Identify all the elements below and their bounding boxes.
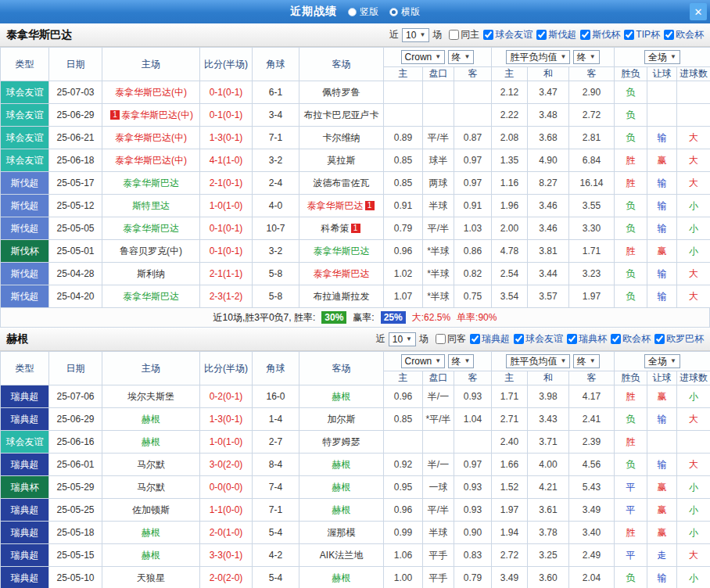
- checkbox-input[interactable]: [654, 334, 665, 344]
- team-link[interactable]: 泰拿华斯巴达: [123, 223, 179, 234]
- checkbox-input[interactable]: [483, 30, 493, 40]
- checkbox-input[interactable]: [567, 334, 577, 344]
- away-team[interactable]: 泰拿华斯巴达1: [299, 195, 384, 217]
- scope-select[interactable]: 全场▼: [644, 50, 680, 64]
- team-link[interactable]: 波德布雷佐瓦: [314, 177, 370, 188]
- away-team[interactable]: 赫根: [299, 499, 384, 522]
- filter-checkbox-TIP杯[interactable]: TIP杯: [624, 28, 660, 41]
- avg-odds-select[interactable]: 胜平负均值▼: [506, 354, 570, 368]
- layout-radio-horizontal[interactable]: 横版: [389, 5, 420, 19]
- team-link[interactable]: 赫根: [332, 482, 351, 493]
- checkbox-input[interactable]: [664, 30, 674, 40]
- home-team[interactable]: 赫根: [102, 408, 200, 431]
- home-team[interactable]: 赫根: [102, 544, 200, 567]
- away-team[interactable]: 渥那模: [299, 522, 384, 544]
- home-team[interactable]: 1泰拿华斯巴达(中): [102, 104, 200, 127]
- home-team[interactable]: 斯特里达: [102, 195, 200, 217]
- team-link[interactable]: AIK法兰地: [320, 550, 363, 561]
- team-link[interactable]: 布拉卡巴尼亚卢卡: [304, 109, 379, 120]
- away-team[interactable]: 泰拿华斯巴达: [299, 240, 384, 263]
- avg-odds-select[interactable]: 胜平负均值▼: [506, 50, 570, 64]
- team-link[interactable]: 鲁容贝罗克(中): [120, 246, 182, 256]
- team-link[interactable]: 佩特罗鲁: [323, 87, 360, 98]
- away-team[interactable]: AIK法兰地: [299, 544, 384, 567]
- away-team[interactable]: 莫拉斯: [299, 149, 384, 172]
- checkbox-input[interactable]: [580, 30, 590, 40]
- away-team[interactable]: 赫根: [299, 476, 384, 499]
- checkbox-input[interactable]: [514, 334, 524, 344]
- team-link[interactable]: 泰拿华斯巴达(中): [115, 87, 187, 98]
- layout-radio-vertical[interactable]: 竖版: [348, 5, 378, 19]
- filter-checkbox-斯伐超[interactable]: 斯伐超: [536, 28, 576, 41]
- checkbox-input[interactable]: [470, 334, 480, 344]
- filter-checkbox-瑞典超[interactable]: 瑞典超: [470, 332, 510, 346]
- filter-checkbox-欧罗巴杯[interactable]: 欧罗巴杯: [654, 332, 704, 346]
- home-team[interactable]: 马尔默: [102, 476, 200, 499]
- checkbox-input[interactable]: [611, 334, 621, 344]
- team-link[interactable]: 赫根: [332, 391, 351, 402]
- home-team[interactable]: 天狼星: [102, 567, 200, 588]
- away-team[interactable]: 布拉迪斯拉发: [299, 285, 384, 308]
- team-link[interactable]: 布拉迪斯拉发: [314, 291, 370, 302]
- checkbox-input[interactable]: [436, 334, 446, 344]
- home-team[interactable]: 泰拿华斯巴达: [102, 217, 200, 240]
- away-team[interactable]: 佩特罗鲁: [299, 81, 384, 104]
- away-team[interactable]: 布拉卡巴尼亚卢卡: [299, 104, 384, 127]
- checkbox-input[interactable]: [536, 30, 547, 40]
- away-team[interactable]: 波德布雷佐瓦: [299, 172, 384, 195]
- team-link[interactable]: 赫根: [142, 436, 160, 447]
- team-link[interactable]: 泰拿华斯巴达(中): [115, 132, 187, 143]
- filter-checkbox-球会友谊[interactable]: 球会友谊: [483, 28, 532, 41]
- filter-checkbox-瑞典杯[interactable]: 瑞典杯: [567, 332, 607, 346]
- final-odds-select[interactable]: 终▼: [448, 50, 475, 64]
- team-link[interactable]: 莫拉斯: [328, 155, 356, 166]
- home-team[interactable]: 泰拿华斯巴达: [102, 285, 200, 308]
- home-team[interactable]: 泰拿华斯巴达(中): [102, 149, 200, 172]
- home-team[interactable]: 马尔默: [102, 454, 200, 476]
- team-link[interactable]: 特罗姆瑟: [323, 436, 360, 447]
- away-team[interactable]: 科希策1: [299, 217, 384, 240]
- bookmaker-select[interactable]: Crown▼: [401, 50, 446, 64]
- final-avg-select[interactable]: 终▼: [573, 50, 600, 64]
- home-team[interactable]: 赫根: [102, 522, 200, 544]
- final-odds-select[interactable]: 终▼: [448, 354, 475, 368]
- team-link[interactable]: 卡尔维纳: [323, 132, 360, 143]
- recent-count-select[interactable]: 10 ▼: [389, 332, 416, 346]
- team-link[interactable]: 泰拿华斯巴达: [314, 246, 370, 256]
- team-link[interactable]: 泰拿华斯巴达: [123, 177, 179, 188]
- checkbox-input[interactable]: [449, 30, 459, 40]
- team-link[interactable]: 赫根: [332, 572, 351, 583]
- team-link[interactable]: 泰拿华斯巴达: [307, 200, 364, 211]
- team-link[interactable]: 佐加顿斯: [132, 504, 170, 515]
- checkbox-input[interactable]: [624, 30, 634, 40]
- home-team[interactable]: 泰拿华斯巴达(中): [102, 127, 200, 149]
- team-link[interactable]: 赫根: [332, 459, 351, 470]
- team-link[interactable]: 马尔默: [137, 482, 165, 493]
- filter-checkbox-欧会杯[interactable]: 欧会杯: [664, 28, 704, 41]
- filter-checkbox-同主[interactable]: 同主: [449, 28, 479, 41]
- team-link[interactable]: 埃尔夫斯堡: [127, 391, 174, 402]
- away-team[interactable]: 赫根: [299, 454, 384, 476]
- team-link[interactable]: 渥那模: [328, 527, 356, 538]
- team-link[interactable]: 马尔默: [137, 459, 165, 470]
- away-team[interactable]: 卡尔维纳: [299, 127, 384, 149]
- bookmaker-select[interactable]: Crown▼: [401, 354, 446, 368]
- team-link[interactable]: 斯特里达: [132, 200, 170, 211]
- recent-count-select[interactable]: 10 ▼: [402, 28, 429, 42]
- team-link[interactable]: 天狼星: [137, 572, 165, 583]
- away-team[interactable]: 赫根: [299, 567, 384, 588]
- filter-checkbox-斯伐杯[interactable]: 斯伐杯: [580, 28, 620, 41]
- team-link[interactable]: 泰拿华斯巴达: [314, 268, 370, 279]
- home-team[interactable]: 佐加顿斯: [102, 499, 200, 522]
- team-link[interactable]: 科希策: [321, 223, 350, 234]
- filter-checkbox-同客[interactable]: 同客: [436, 332, 466, 346]
- home-team[interactable]: 泰拿华斯巴达(中): [102, 81, 200, 104]
- away-team[interactable]: 赫根: [299, 385, 384, 408]
- team-link[interactable]: 赫根: [142, 527, 160, 538]
- team-link[interactable]: 赫根: [332, 504, 351, 515]
- home-team[interactable]: 泰拿华斯巴达: [102, 172, 200, 195]
- close-button[interactable]: ✕: [690, 3, 707, 20]
- away-team[interactable]: 加尔斯: [299, 408, 384, 431]
- away-team[interactable]: 特罗姆瑟: [299, 431, 384, 454]
- home-team[interactable]: 埃尔夫斯堡: [102, 385, 200, 408]
